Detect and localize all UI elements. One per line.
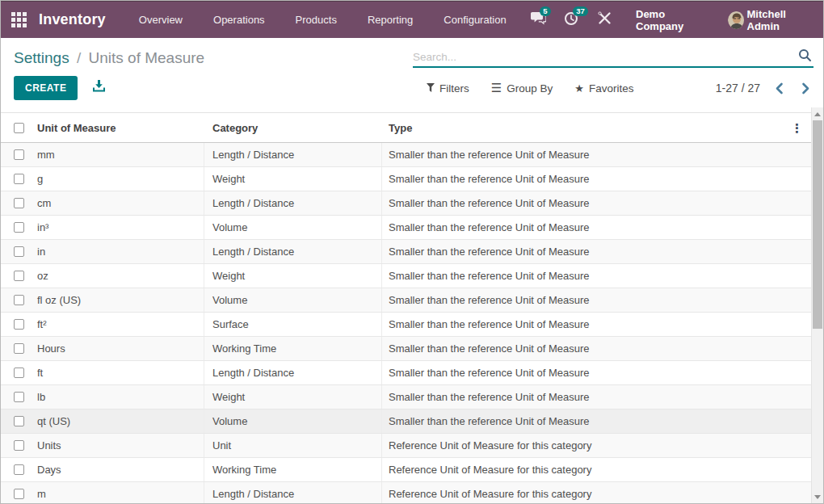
column-header-category[interactable]: Category <box>204 113 382 142</box>
favorites-label: Favorites <box>589 82 634 94</box>
apps-menu-icon[interactable] <box>11 12 27 27</box>
search-options: Filters ☰ Group By ★ Favorites <box>427 76 633 100</box>
create-button[interactable]: CREATE <box>14 76 78 100</box>
filters-label: Filters <box>439 82 469 94</box>
uom-type-cell: Smaller than the reference Unit of Measu… <box>382 337 811 360</box>
group-by-label: Group By <box>507 82 553 94</box>
table-row[interactable]: ft² Surface Smaller than the reference U… <box>1 313 811 337</box>
menu-products[interactable]: Products <box>280 2 352 39</box>
uom-name-cell: in³ <box>31 216 204 239</box>
uom-type-cell: Smaller than the reference Unit of Measu… <box>382 410 811 433</box>
menu-configuration[interactable]: Configuration <box>428 2 521 39</box>
column-header-type[interactable]: Type <box>382 113 811 142</box>
table-row[interactable]: oz Weight Smaller than the reference Uni… <box>1 264 811 288</box>
uom-type-cell: Smaller than the reference Unit of Measu… <box>382 313 811 336</box>
row-checkbox[interactable] <box>14 246 24 257</box>
row-checkbox[interactable] <box>14 319 24 330</box>
uom-name-cell: ft <box>31 361 204 384</box>
uom-type-cell: Smaller than the reference Unit of Measu… <box>382 191 811 215</box>
activities-button[interactable]: 37 <box>562 8 581 32</box>
scrollbar-up-arrow[interactable] <box>812 108 823 120</box>
table-row[interactable]: Units Unit Reference Unit of Measure for… <box>1 434 811 458</box>
table-row[interactable]: ft Length / Distance Smaller than the re… <box>1 361 811 385</box>
messages-badge: 5 <box>540 6 551 17</box>
scrollbar-thumb[interactable] <box>813 120 822 329</box>
row-checkbox[interactable] <box>14 343 24 354</box>
activities-badge: 37 <box>573 6 589 17</box>
app-brand[interactable]: Inventory <box>39 11 106 28</box>
uom-name-cell: mm <box>31 143 204 166</box>
user-avatar <box>728 11 743 29</box>
pager-next-button[interactable] <box>798 82 813 94</box>
optional-columns-icon[interactable]: ⋮ <box>791 122 803 134</box>
table-row[interactable]: qt (US) Volume Smaller than the referenc… <box>1 410 811 434</box>
menu-overview[interactable]: Overview <box>124 2 198 39</box>
column-header-unit-of-measure[interactable]: Unit of Measure <box>31 113 204 142</box>
scrollbar-down-arrow[interactable] <box>812 491 823 502</box>
row-checkbox[interactable] <box>14 489 24 499</box>
select-all-checkbox[interactable] <box>14 123 24 133</box>
row-checkbox[interactable] <box>14 295 24 305</box>
uom-category-cell: Surface <box>204 313 382 336</box>
uom-name-cell: Units <box>31 434 204 457</box>
table-row[interactable]: in³ Volume Smaller than the reference Un… <box>1 216 811 240</box>
company-switcher[interactable]: Demo Company <box>636 8 707 32</box>
filters-button[interactable]: Filters <box>427 82 469 94</box>
user-menu[interactable]: Mitchell Admin <box>728 8 813 32</box>
menu-operations[interactable]: Operations <box>198 2 280 39</box>
row-checkbox[interactable] <box>14 440 24 451</box>
row-checkbox[interactable] <box>14 392 24 402</box>
uom-name-cell: Hours <box>31 337 204 360</box>
row-checkbox[interactable] <box>14 368 24 378</box>
menu-reporting[interactable]: Reporting <box>352 2 428 39</box>
uom-category-cell: Volume <box>204 288 382 312</box>
uom-category-cell: Length / Distance <box>204 143 382 166</box>
row-checkbox[interactable] <box>14 149 24 160</box>
group-by-icon: ☰ <box>491 81 502 95</box>
uom-category-cell: Volume <box>204 216 382 239</box>
row-checkbox[interactable] <box>14 464 24 475</box>
favorites-star-icon: ★ <box>574 82 584 94</box>
uom-name-cell: fl oz (US) <box>31 288 204 312</box>
search-bar <box>413 48 813 68</box>
uom-name-cell: ft² <box>31 313 204 336</box>
search-input[interactable] <box>413 51 798 63</box>
uom-type-cell: Smaller than the reference Unit of Measu… <box>382 385 811 409</box>
table-row[interactable]: Hours Working Time Smaller than the refe… <box>1 337 811 361</box>
button-row: CREATE Filters ☰ Group By ★ Favorites <box>14 76 813 100</box>
row-checkbox[interactable] <box>14 416 24 426</box>
messages-button[interactable]: 5 <box>529 8 548 32</box>
uom-type-cell: Smaller than the reference Unit of Measu… <box>382 216 811 239</box>
table-row[interactable]: mm Length / Distance Smaller than the re… <box>1 143 811 167</box>
row-checkbox[interactable] <box>14 271 24 281</box>
table-row[interactable]: lb Weight Smaller than the reference Uni… <box>1 385 811 410</box>
row-checkbox[interactable] <box>14 174 24 184</box>
favorites-button[interactable]: ★ Favorites <box>574 82 633 94</box>
table-row[interactable]: Days Working Time Reference Unit of Meas… <box>1 458 811 482</box>
table-row[interactable]: m Length / Distance Reference Unit of Me… <box>1 482 811 503</box>
uom-type-cell: Smaller than the reference Unit of Measu… <box>382 361 811 384</box>
table-row[interactable]: g Weight Smaller than the reference Unit… <box>1 167 811 191</box>
uom-name-cell: oz <box>31 264 204 288</box>
uom-type-cell: Smaller than the reference Unit of Measu… <box>382 240 811 263</box>
chevron-right-icon <box>801 82 810 94</box>
export-download-icon[interactable] <box>93 80 105 95</box>
uom-type-cell: Smaller than the reference Unit of Measu… <box>382 288 811 312</box>
pager-value[interactable]: 1-27 / 27 <box>716 82 760 94</box>
table-row[interactable]: in Length / Distance Smaller than the re… <box>1 240 811 264</box>
row-checkbox[interactable] <box>14 222 24 233</box>
group-by-button[interactable]: ☰ Group By <box>491 81 553 95</box>
table-row[interactable]: cm Length / Distance Smaller than the re… <box>1 191 811 216</box>
uom-type-cell: Reference Unit of Measure for this categ… <box>382 434 811 457</box>
uom-category-cell: Weight <box>204 385 382 409</box>
search-icon[interactable] <box>798 48 812 65</box>
chevron-left-icon <box>775 82 784 94</box>
row-checkbox[interactable] <box>14 198 24 208</box>
uom-category-cell: Length / Distance <box>204 191 382 215</box>
tools-button[interactable] <box>595 8 614 32</box>
uom-type-cell: Smaller than the reference Unit of Measu… <box>382 167 811 191</box>
breadcrumb-settings-link[interactable]: Settings <box>14 49 69 66</box>
uom-name-cell: Days <box>31 458 204 481</box>
table-row[interactable]: fl oz (US) Volume Smaller than the refer… <box>1 288 811 313</box>
pager-previous-button[interactable] <box>771 82 787 94</box>
